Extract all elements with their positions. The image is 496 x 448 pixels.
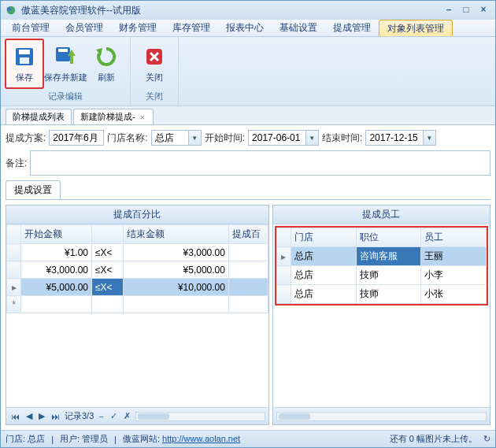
- maximize-button[interactable]: □: [459, 5, 473, 16]
- ribbon: 保存保存并新建刷新记录编辑关闭关闭: [1, 37, 495, 106]
- horizontal-scrollbar[interactable]: [135, 412, 265, 421]
- pager-first[interactable]: ⏮: [9, 412, 21, 421]
- remark-input[interactable]: [30, 150, 490, 176]
- pager-check[interactable]: ✓: [109, 411, 119, 421]
- col-role[interactable]: 职位: [356, 228, 421, 247]
- end-date-input[interactable]: [365, 130, 424, 146]
- app-window: 傲蓝美容院管理软件--试用版 – □ × 前台管理会员管理财务管理库存管理报表中…: [0, 0, 496, 448]
- col-employee[interactable]: 员工: [421, 228, 487, 247]
- menu-item-5[interactable]: 基础设置: [272, 20, 325, 36]
- close-button[interactable]: 关闭: [135, 39, 174, 89]
- employee-grid[interactable]: 门店 职位 员工 ▸总店咨询客服王丽总店技师小李总店技师小张: [276, 228, 487, 304]
- table-row[interactable]: ▸总店咨询客服王丽: [276, 247, 486, 266]
- percent-grid[interactable]: 开始金额 结束金额 提成百 ¥1.00≤X<¥3,000.00¥3,000.00…: [6, 224, 268, 313]
- svg-rect-7: [70, 56, 73, 64]
- col-percent[interactable]: 提成百: [228, 225, 268, 244]
- pager-prev[interactable]: ◀: [24, 411, 34, 421]
- site-link[interactable]: http://www.aolan.net: [162, 434, 240, 443]
- pager-last[interactable]: ⏭: [50, 412, 61, 421]
- title-bar: 傲蓝美容院管理软件--试用版 – □ ×: [1, 1, 495, 20]
- status-user: 管理员: [82, 434, 108, 443]
- refresh-button[interactable]: 刷新: [87, 39, 126, 89]
- employee-grid-pager: [273, 407, 490, 424]
- refresh-icon: [94, 45, 118, 68]
- new-row[interactable]: *: [7, 296, 268, 313]
- col-end-amount[interactable]: 结束金额: [124, 225, 229, 244]
- menu-item-7[interactable]: 对象列表管理: [379, 20, 453, 36]
- inner-tabs: 提成设置: [6, 180, 490, 200]
- table-row[interactable]: ▸¥5,000.00≤X<¥10,000.00: [7, 279, 268, 296]
- svg-rect-6: [58, 49, 68, 52]
- col-start-amount[interactable]: 开始金额: [21, 225, 92, 244]
- plan-label: 提成方案:: [6, 131, 46, 145]
- end-date-picker[interactable]: ▾: [365, 130, 436, 146]
- form-row-remark: 备注:: [6, 150, 490, 176]
- svg-point-1: [7, 7, 11, 11]
- upload-status: 还有 0 幅图片未上传。: [390, 433, 477, 445]
- percent-grid-pager: ⏮ ◀ ▶ ⏭ 记录3/3 − ✓ ✗: [6, 407, 268, 424]
- col-store[interactable]: 门店: [291, 228, 356, 247]
- save-button[interactable]: 保存: [5, 39, 44, 89]
- save-icon: [13, 45, 36, 68]
- employee-grid-body: 门店 职位 员工 ▸总店咨询客服王丽总店技师小李总店技师小张: [273, 224, 490, 407]
- status-store: 总店: [28, 434, 45, 443]
- form-row-1: 提成方案: 门店名称: ▾ 开始时间: ▾ 结束时间: ▾: [6, 130, 490, 146]
- svg-rect-4: [20, 57, 29, 64]
- percent-grid-body: 开始金额 结束金额 提成百 ¥1.00≤X<¥3,000.00¥3,000.00…: [6, 224, 268, 407]
- store-label: 门店名称:: [107, 131, 147, 145]
- menu-bar: 前台管理会员管理财务管理库存管理报表中心基础设置提成管理对象列表管理: [1, 20, 495, 37]
- save-new-icon: [54, 45, 77, 68]
- menu-item-6[interactable]: 提成管理: [325, 20, 379, 36]
- employee-grid-panel: 提成员工 门店 职位 员工 ▸总店咨询客服王丽总店技师小李总店技师小张: [272, 205, 490, 425]
- pager-text: 记录3/3: [65, 410, 94, 422]
- remark-label: 备注:: [6, 157, 27, 170]
- menu-item-2[interactable]: 财务管理: [111, 20, 165, 36]
- chevron-down-icon[interactable]: ▾: [424, 130, 436, 146]
- plan-input[interactable]: [49, 130, 104, 146]
- percent-grid-title: 提成百分比: [6, 205, 268, 224]
- table-row[interactable]: 总店技师小李: [276, 266, 486, 285]
- minimize-button[interactable]: –: [442, 5, 456, 16]
- app-icon: [6, 5, 17, 16]
- grids-row: 提成百分比 开始金额 结束金额 提成百 ¥1.00≤X<¥3,000.00¥3,…: [6, 205, 490, 425]
- horizontal-scrollbar[interactable]: [276, 412, 487, 421]
- menu-item-4[interactable]: 报表中心: [218, 20, 272, 36]
- close-window-button[interactable]: ×: [476, 5, 490, 16]
- menu-item-1[interactable]: 会员管理: [57, 20, 111, 36]
- doc-tab-1[interactable]: 新建阶梯提成-×: [73, 109, 154, 124]
- pager-minus[interactable]: −: [97, 412, 105, 421]
- svg-rect-3: [19, 50, 30, 54]
- store-input[interactable]: [151, 130, 189, 146]
- status-bar: 门店: 总店 | 用户: 管理员 | 傲蓝网站: http://www.aola…: [1, 430, 495, 447]
- employee-grid-title: 提成员工: [273, 205, 490, 224]
- col-op: [92, 225, 124, 244]
- table-row[interactable]: ¥1.00≤X<¥3,000.00: [7, 244, 268, 261]
- chevron-down-icon[interactable]: ▾: [306, 130, 319, 146]
- doc-tab-0[interactable]: 阶梯提成列表: [6, 109, 72, 124]
- chevron-down-icon[interactable]: ▾: [189, 130, 202, 146]
- content-area: 提成方案: 门店名称: ▾ 开始时间: ▾ 结束时间: ▾ 备注: 提成设置: [1, 125, 495, 430]
- tab-commission-settings[interactable]: 提成设置: [6, 180, 61, 199]
- start-date-input[interactable]: [248, 130, 306, 146]
- menu-item-0[interactable]: 前台管理: [4, 20, 57, 36]
- start-date-picker[interactable]: ▾: [248, 130, 319, 146]
- start-label: 开始时间:: [205, 131, 245, 145]
- menu-item-3[interactable]: 库存管理: [165, 20, 218, 36]
- pager-next[interactable]: ▶: [37, 411, 46, 421]
- document-tabs: 阶梯提成列表新建阶梯提成-×: [1, 106, 495, 125]
- status-refresh-icon[interactable]: ↻: [483, 434, 490, 444]
- window-title: 傲蓝美容院管理软件--试用版: [21, 4, 141, 17]
- end-label: 结束时间:: [322, 131, 362, 145]
- percent-grid-panel: 提成百分比 开始金额 结束金额 提成百 ¥1.00≤X<¥3,000.00¥3,…: [6, 205, 269, 425]
- table-row[interactable]: 总店技师小张: [276, 285, 486, 304]
- store-dropdown[interactable]: ▾: [151, 130, 202, 146]
- table-row[interactable]: ¥3,000.00≤X<¥5,000.00: [7, 261, 268, 279]
- save-new-button[interactable]: 保存并新建: [46, 39, 85, 89]
- pager-cancel[interactable]: ✗: [122, 411, 132, 421]
- close-icon[interactable]: ×: [139, 113, 146, 122]
- close-icon: [143, 45, 166, 68]
